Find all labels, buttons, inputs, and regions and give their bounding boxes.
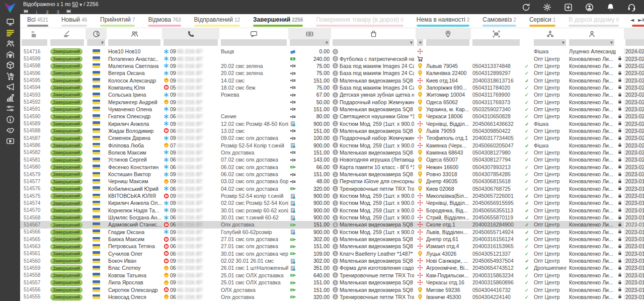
tab-Сервіси[interactable]: Сервіси1 bbox=[529, 14, 555, 28]
sidebar-item-marketing[interactable] bbox=[3, 83, 17, 91]
column-header-payment[interactable] bbox=[288, 28, 331, 39]
order-row-514558[interactable]: 514558ЗавершенийКовпак Татьяна0943 216 8… bbox=[20, 272, 644, 279]
filter-dropdown-icon[interactable]: ▼ bbox=[101, 41, 104, 45]
tab-Відправлений[interactable]: Відправлений12 bbox=[194, 14, 240, 28]
order-row-514592[interactable]: 514592ЗавершенийМерклингер Андрей0943 21… bbox=[20, 98, 644, 105]
column-header-source[interactable] bbox=[532, 28, 568, 39]
order-row-514577[interactable]: 514577ЗавершенийЧерниш Максим0943 216 87… bbox=[20, 178, 644, 185]
tab-Завершений[interactable]: Завершений2256 bbox=[253, 14, 303, 28]
order-row-514574[interactable]: 514574ЗавершенийКирилич Анжела Ол...0943… bbox=[20, 199, 644, 206]
tab-Прийнятий[interactable]: Прийнятий7 bbox=[100, 14, 135, 28]
column-header-manager[interactable] bbox=[568, 28, 616, 39]
order-row-514561[interactable]: 514561ЗавершенийСучилов Олег0643 216 873… bbox=[20, 250, 644, 257]
per-page-select[interactable]: 50 bbox=[72, 1, 78, 7]
order-row-514587[interactable]: 514587ЗавершенийСеменюк Дарина0943 216 8… bbox=[20, 134, 644, 141]
order-row-514557[interactable]: 514557ЗавершенийЛила Ярослав0943 216 872… bbox=[20, 279, 644, 286]
filter-input-phone[interactable] bbox=[164, 39, 218, 46]
sidebar-item-purchases[interactable] bbox=[3, 72, 17, 80]
order-row-514598[interactable]: 514598ЗавершенийМалютина Светлана0943 21… bbox=[20, 62, 644, 69]
filter-input-payment[interactable]: ▼ bbox=[290, 39, 330, 46]
order-row-514596[interactable]: 514596ЗавершенийВегера Оксана0943 216 87… bbox=[20, 69, 644, 77]
column-header-status[interactable] bbox=[49, 28, 86, 39]
order-row-514567[interactable]: 514567ЗавершенийАдамовский Станис...0643… bbox=[20, 221, 644, 228]
tabs-scroll-left-icon[interactable]: ◄ bbox=[630, 17, 634, 23]
add-order-button[interactable] bbox=[564, 3, 573, 12]
sidebar-item-warehouse[interactable] bbox=[3, 50, 17, 58]
order-row-514593[interactable]: 514593ЗавершенийСольська Ірина0943 216 8… bbox=[20, 91, 644, 98]
filter-input-location[interactable] bbox=[426, 39, 469, 46]
sidebar-item-dashboard[interactable] bbox=[3, 18, 17, 26]
tab-Новый[interactable]: Новый46 bbox=[61, 14, 87, 28]
order-row-514568[interactable]: 514568ЗавершенийШумляс Богдана Ан...0643… bbox=[20, 214, 644, 221]
sidebar-item-products[interactable] bbox=[3, 61, 17, 69]
filter-input-status[interactable] bbox=[50, 39, 84, 46]
order-row-514560[interactable]: 514560ЗавершенийБокоч Иван0943 216 8702.… bbox=[20, 257, 644, 264]
column-header-id[interactable]: ID bbox=[20, 28, 49, 39]
filter-input-manager[interactable]: ▼ bbox=[569, 39, 614, 46]
tab-Відмова[interactable]: Відмова763 bbox=[148, 14, 181, 28]
sidebar-item-statistics[interactable] bbox=[3, 94, 17, 102]
tab-Нема-в-наявності[interactable]: Нема в наявності2 bbox=[417, 14, 470, 28]
filter-input-date[interactable] bbox=[625, 39, 644, 46]
chevron-down-icon[interactable]: ▼ bbox=[79, 3, 82, 7]
order-row-514563[interactable]: 514563ЗавершенийПетровська Тетяна0643 21… bbox=[20, 243, 644, 250]
order-row-514716[interactable]: 514716ЗавершенийНов10 Нов100943 216 87Вы… bbox=[20, 48, 644, 55]
order-row-514555[interactable]: 514555ЗавершенийНовосад Олеся0643 216 87… bbox=[20, 293, 644, 300]
column-header-comment[interactable] bbox=[219, 28, 288, 39]
filter-dropdown-icon[interactable]: ▼ bbox=[562, 41, 565, 45]
sidebar-item-info[interactable] bbox=[3, 115, 17, 123]
filter-dropdown-icon[interactable]: ▼ bbox=[326, 41, 328, 45]
column-header-ttn[interactable] bbox=[471, 28, 521, 39]
sidebar-item-video[interactable] bbox=[3, 137, 17, 145]
filter-input-carrier[interactable]: ▼ bbox=[417, 39, 423, 46]
column-header-phone[interactable] bbox=[162, 28, 219, 39]
column-header-location[interactable] bbox=[425, 28, 471, 39]
filter-dropdown-icon[interactable]: ▼ bbox=[610, 41, 613, 45]
order-row-514575[interactable]: 514575ЗавершенийКВІТОВСЬКА ЮЛІЯ0943 216 … bbox=[20, 192, 644, 199]
filter-input-client[interactable] bbox=[108, 39, 160, 46]
order-row-514588[interactable]: 514588ЗавершенийЖидак Володимир0643 216 … bbox=[20, 127, 644, 134]
sidebar-item-orders[interactable] bbox=[3, 29, 17, 37]
notifications-button[interactable] bbox=[606, 3, 615, 12]
order-row-514590[interactable]: 514590ЗавершенийГнатюк Олексндр0643 216 … bbox=[20, 113, 644, 120]
order-row-514580[interactable]: 514580ЗавершенийФесенко Константин0643 2… bbox=[20, 164, 644, 171]
tab-В-дорозі-додому[interactable]: В дорозі додому0 bbox=[569, 14, 619, 28]
order-row-514582[interactable]: 514582ЗавершенийВолков Максим0943 216 87… bbox=[20, 149, 644, 156]
column-header-client[interactable] bbox=[107, 28, 162, 39]
order-row-514591[interactable]: 514591ЗавершенийЧумаченко Олена0943 216 … bbox=[20, 106, 644, 113]
order-row-514595[interactable]: 514595ЗавершенийКолосок Александр0943 21… bbox=[20, 77, 644, 84]
tab-Самовивіз[interactable]: Самовивіз2 bbox=[482, 14, 516, 28]
sidebar-item-clients[interactable] bbox=[3, 39, 17, 47]
filter-dropdown-icon[interactable]: ▼ bbox=[410, 41, 413, 45]
filter-input-ttn[interactable] bbox=[472, 39, 520, 46]
filter-input-source[interactable]: ▼ bbox=[534, 39, 566, 46]
profile-button[interactable] bbox=[585, 3, 594, 12]
settings-button[interactable] bbox=[543, 3, 551, 12]
order-row-514586[interactable]: 514586ЗавершенийФіліпова Люба0743 216 87… bbox=[20, 141, 644, 148]
tabs-scroll-right-icon[interactable]: ► bbox=[638, 17, 642, 23]
support-button[interactable] bbox=[627, 3, 636, 12]
column-header-ttn-status[interactable] bbox=[521, 28, 532, 39]
refresh-button[interactable] bbox=[522, 3, 530, 12]
column-header-country[interactable] bbox=[86, 28, 107, 39]
sidebar-item-integrations[interactable] bbox=[3, 104, 17, 112]
sidebar-item-partners[interactable] bbox=[3, 126, 17, 134]
order-row-514565[interactable]: 514565ЗавершенийБаюка Максим0643 216 872… bbox=[20, 236, 644, 243]
order-row-514589[interactable]: 514589ЗавершенийКирилич Анжела0943 216 8… bbox=[20, 120, 644, 127]
filter-dropdown-icon[interactable]: ▼ bbox=[419, 41, 422, 45]
order-row-514594[interactable]: 514594ЗавершенийКомпанец Юля0543 216 871… bbox=[20, 84, 644, 91]
column-header-date[interactable] bbox=[624, 28, 644, 39]
filter-input-country[interactable]: ▼ bbox=[87, 39, 105, 46]
tab-Повернення-товару-в-дорозі-[interactable]: Повернення товару (в дорозі)0 bbox=[316, 14, 403, 28]
column-header-lock[interactable] bbox=[616, 28, 624, 39]
order-row-514556[interactable]: 514556ЗавершенийСиротюк Олександр0943 21… bbox=[20, 286, 644, 293]
tab-Всі[interactable]: Всі4521 bbox=[27, 14, 48, 28]
order-row-514576[interactable]: 514576ЗавершенийКобилинський Юрий0643 21… bbox=[20, 185, 644, 192]
order-row-514579[interactable]: 514579ЗавершенийКостишин Виктор0943 216 … bbox=[20, 171, 644, 178]
column-header-products[interactable] bbox=[331, 28, 416, 39]
order-row-514581[interactable]: 514581ЗавершенийУстинов Сергей0643 216 8… bbox=[20, 156, 644, 163]
column-header-carrier[interactable] bbox=[416, 28, 425, 39]
filter-input-products[interactable]: ▼ bbox=[333, 39, 414, 46]
filter-input-id[interactable] bbox=[22, 39, 47, 46]
order-row-514566[interactable]: 514566ЗавершенийГладик Оксана0943 216 87… bbox=[20, 229, 644, 236]
